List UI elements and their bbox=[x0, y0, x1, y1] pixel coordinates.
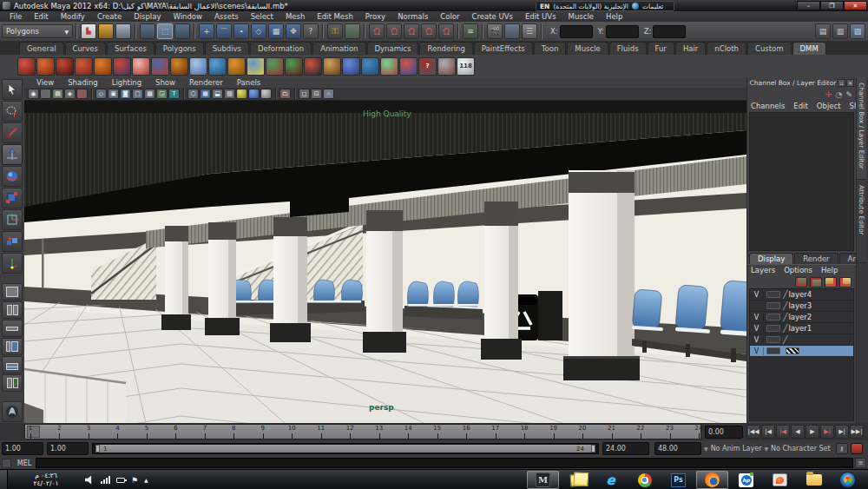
taskbar-media-app-button[interactable] bbox=[764, 471, 796, 489]
layer-options-menu[interactable]: Options bbox=[784, 266, 812, 274]
panel-menu-renderer[interactable]: Renderer bbox=[182, 78, 230, 87]
layout-hypershade-button[interactable] bbox=[2, 356, 23, 373]
history-none-icon[interactable]: Ω bbox=[438, 23, 454, 39]
menu-set-dropdown[interactable]: Polygons▼ bbox=[2, 24, 73, 38]
tab-attribute-editor[interactable]: Attribute Editor bbox=[857, 180, 866, 263]
dmm-shelf-icon-17[interactable] bbox=[323, 57, 341, 76]
layer-tab-display[interactable]: Display bbox=[749, 253, 793, 264]
frame-1-label[interactable]: 1 bbox=[23, 425, 37, 432]
new-scene-icon[interactable]: ▙ bbox=[81, 23, 96, 39]
dmm-shelf-icon-4[interactable] bbox=[75, 57, 93, 76]
minimize-button[interactable]: – bbox=[797, 1, 820, 10]
default-material-icon[interactable] bbox=[236, 89, 247, 99]
frame-22-label[interactable]: 22 bbox=[634, 425, 648, 432]
toggle-attribute-editor-icon[interactable]: ▤ bbox=[815, 23, 831, 39]
layer-type-box[interactable] bbox=[766, 336, 780, 343]
layout-single-pane-button[interactable] bbox=[2, 283, 23, 301]
shelf-tab-fur[interactable]: Fur bbox=[648, 42, 674, 55]
menu-normals[interactable]: Normals bbox=[391, 12, 434, 21]
select-hierarchy-icon[interactable] bbox=[140, 23, 155, 39]
range-slider-track[interactable]: 1 24 bbox=[92, 443, 599, 454]
frame-2-label[interactable]: 2 bbox=[52, 425, 66, 432]
soft-mod-tool-icon[interactable] bbox=[2, 231, 23, 252]
menu-muscle[interactable]: Muscle bbox=[562, 12, 600, 21]
title-bar[interactable]: Autodesk Maya 2012 x64: D:\كو كيل\MAYA\ا… bbox=[0, 0, 868, 11]
animation-start-field[interactable]: 1.00 bbox=[2, 442, 43, 455]
menu-display[interactable]: Display bbox=[128, 12, 167, 21]
chevron-down-icon[interactable]: ▼ bbox=[704, 446, 708, 452]
frame-18-label[interactable]: 18 bbox=[517, 425, 531, 432]
taskbar-hp-button[interactable]: hp bbox=[730, 471, 762, 489]
z-input[interactable] bbox=[653, 25, 686, 38]
command-input[interactable] bbox=[36, 458, 853, 468]
layer-row-selected[interactable]: V bbox=[750, 346, 853, 357]
shelf-tab-muscle[interactable]: Muscle bbox=[567, 42, 608, 55]
layer-type-box[interactable] bbox=[766, 325, 780, 332]
panel-menu-show[interactable]: Show bbox=[148, 78, 182, 87]
dmm-shelf-icon-16[interactable] bbox=[304, 57, 322, 76]
dmm-shelf-icon-22[interactable]: ? bbox=[418, 57, 437, 76]
step-back-key-button[interactable]: |◀ bbox=[776, 425, 790, 439]
layer-row-layer4[interactable]: V ╱ layer4 bbox=[750, 289, 853, 301]
history-output-icon[interactable]: Ω bbox=[404, 23, 419, 39]
ipr-render-icon[interactable] bbox=[504, 23, 520, 39]
range-end-handle[interactable] bbox=[591, 445, 595, 453]
field-chart-icon[interactable]: ▦ bbox=[200, 89, 211, 99]
range-bar[interactable]: 1 24 bbox=[95, 445, 595, 453]
layer-row-layer3[interactable]: ╱ layer3 bbox=[750, 301, 853, 312]
channels-menu[interactable]: Channels bbox=[751, 102, 785, 110]
isolate-select-icon[interactable]: ⬡ bbox=[187, 89, 199, 99]
cb-object-menu[interactable]: Object bbox=[817, 102, 841, 110]
gate-mask-icon[interactable]: ▧ bbox=[224, 89, 235, 99]
screen-space-ao-icon[interactable]: ◲ bbox=[156, 89, 168, 99]
go-to-end-button[interactable]: ▶▶| bbox=[850, 425, 864, 439]
motion-blur-icon[interactable]: T bbox=[168, 89, 180, 99]
dmm-shelf-icon-14[interactable] bbox=[266, 57, 284, 76]
list-input-operations-icon[interactable]: ≡ bbox=[463, 23, 478, 39]
dmm-shelf-icon-8[interactable] bbox=[151, 57, 169, 76]
step-back-frame-button[interactable]: |◀ bbox=[761, 425, 775, 439]
scale-tool-icon[interactable] bbox=[2, 188, 23, 208]
playback-start-field[interactable]: 1.00 bbox=[47, 442, 89, 455]
render-current-frame-icon[interactable]: 🎬 bbox=[487, 23, 503, 39]
taskbar-firefox-button[interactable] bbox=[696, 471, 728, 489]
frame-19-label[interactable]: 19 bbox=[547, 425, 561, 432]
snap-help-icon[interactable]: ? bbox=[303, 23, 319, 39]
lasso-tool-icon[interactable] bbox=[2, 101, 23, 122]
current-time-field[interactable]: 0.00 bbox=[705, 426, 743, 439]
step-forward-key-button[interactable]: ▶| bbox=[820, 425, 834, 439]
history-all-icon[interactable]: Ω bbox=[421, 23, 437, 39]
dmm-shelf-icon-21[interactable] bbox=[399, 57, 418, 76]
x-input[interactable] bbox=[560, 25, 593, 38]
shelf-tab-hair[interactable]: Hair bbox=[675, 42, 706, 55]
show-manipulator-tool-icon[interactable] bbox=[2, 253, 23, 274]
dmm-shelf-icon-15[interactable] bbox=[285, 57, 303, 76]
history-input-icon[interactable]: Ω bbox=[386, 23, 402, 39]
select-tool-icon[interactable] bbox=[2, 79, 23, 100]
set-key-icon[interactable]: ⚷ bbox=[836, 443, 848, 454]
frame-9-label[interactable]: 9 bbox=[256, 425, 270, 432]
menu-edit[interactable]: Edit bbox=[28, 12, 54, 21]
snap-point-icon[interactable]: ∙ bbox=[233, 23, 249, 39]
frame-21-label[interactable]: 21 bbox=[605, 425, 619, 432]
separator[interactable] bbox=[482, 23, 483, 39]
auto-keyframe-toggle[interactable] bbox=[851, 443, 863, 454]
move-tool-icon[interactable] bbox=[2, 144, 23, 165]
speed-state-icon[interactable]: ◔ bbox=[836, 90, 843, 99]
menu-mesh[interactable]: Mesh bbox=[279, 12, 311, 21]
frame-8-label[interactable]: 8 bbox=[227, 425, 240, 432]
chevron-down-icon[interactable]: ▼ bbox=[764, 446, 768, 452]
shelf-tab-rendering[interactable]: Rendering bbox=[419, 42, 472, 55]
network-icon[interactable] bbox=[101, 476, 110, 484]
separator[interactable] bbox=[457, 23, 459, 39]
gamma-icon[interactable]: ⊡ bbox=[311, 89, 322, 99]
layer-row-unnamed[interactable]: V ╱ bbox=[750, 334, 853, 346]
step-forward-frame-button[interactable]: ▶| bbox=[835, 425, 849, 439]
layer-tab-render[interactable]: Render bbox=[794, 253, 838, 264]
dmm-shelf-icon-1[interactable] bbox=[17, 57, 36, 76]
menu-proxy[interactable]: Proxy bbox=[359, 12, 391, 21]
wireframe-icon[interactable]: ◇ bbox=[95, 89, 107, 99]
language-bar[interactable]: تعليمات الإنجليزية (الولايات المتحدة) EN bbox=[536, 1, 674, 11]
frame-24-label[interactable]: 24 bbox=[692, 425, 706, 432]
language-name[interactable]: الإنجليزية (الولايات المتحدة) bbox=[553, 3, 628, 10]
